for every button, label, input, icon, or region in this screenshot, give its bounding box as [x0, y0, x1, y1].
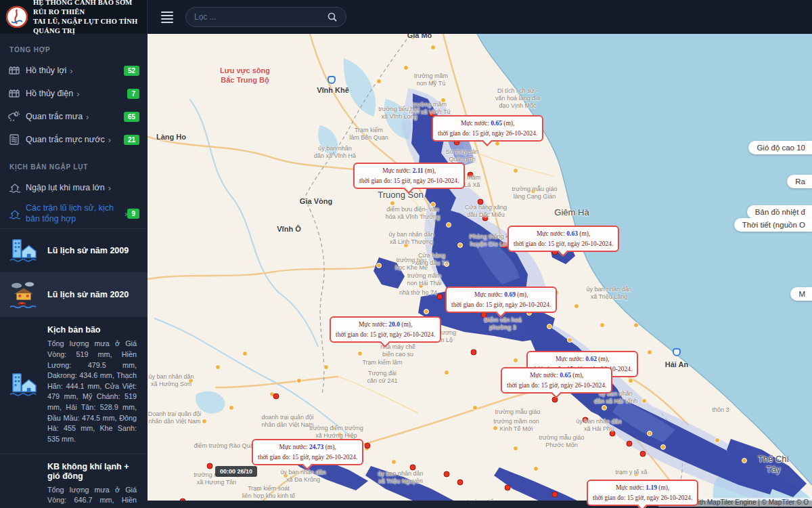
station-marker-yellow[interactable] [441, 98, 446, 103]
station-marker-yellow[interactable] [284, 473, 288, 478]
station-marker-red[interactable] [468, 172, 473, 177]
station-marker-red[interactable] [273, 394, 279, 399]
station-marker-yellow[interactable] [324, 365, 329, 370]
layer-toggle-pill[interactable]: Thời tiết (nguồn O [734, 218, 812, 232]
water-level-tooltip: Mực nước: 1.19 (m),thời gian đo: 15 giờ,… [587, 480, 698, 506]
station-marker-yellow[interactable] [390, 201, 395, 206]
water-level-line: Mực nước: 0.65 (m), [438, 119, 537, 129]
station-marker-red[interactable] [471, 350, 476, 355]
scenario-description: Tổng lượng mưa ở Giá Vòng: 646.7 mm, Hiề… [47, 485, 137, 508]
station-marker-yellow[interactable] [634, 323, 639, 328]
station-marker-yellow[interactable] [229, 406, 234, 410]
chevron-right-icon: › [76, 89, 79, 99]
station-marker-yellow[interactable] [514, 169, 518, 173]
station-marker-yellow[interactable] [574, 304, 579, 309]
sidebar-item-h-th-y-i-n[interactable]: Hồ thủy điện›7 [0, 82, 148, 105]
station-marker-red[interactable] [410, 465, 415, 470]
station-marker-yellow[interactable] [338, 433, 342, 438]
station-marker-yellow[interactable] [514, 446, 518, 451]
station-marker-yellow[interactable] [534, 467, 539, 471]
station-marker-yellow[interactable] [243, 352, 248, 356]
station-marker-yellow[interactable] [256, 487, 261, 492]
water-level-line: Mực nước: 0.62 (m), [533, 354, 632, 364]
station-marker-yellow[interactable] [742, 459, 747, 463]
layer-toggle-pill[interactable]: Ra [787, 175, 812, 188]
station-marker-red[interactable] [482, 215, 488, 221]
station-marker-yellow[interactable] [358, 352, 363, 356]
station-marker-yellow[interactable] [216, 365, 221, 370]
station-marker-yellow[interactable] [568, 338, 572, 343]
search-input[interactable] [194, 12, 327, 22]
station-marker-yellow[interactable] [431, 45, 436, 50]
station-marker-yellow[interactable] [447, 223, 451, 228]
station-marker-red[interactable] [365, 443, 370, 448]
scenario-item-kb-kh-ng-kh-l-nh-gi-ng[interactable]: KB không khí lạnh + gió đôngTổng lượng m… [0, 453, 148, 508]
station-marker-yellow[interactable] [715, 438, 720, 443]
station-marker-yellow[interactable] [431, 203, 436, 207]
layer-toggle-pill[interactable]: Gió độ cao 10 [748, 141, 812, 154]
water-level-line: Mực nước: 0.65 (m), [507, 371, 606, 381]
map-canvas[interactable]: Lưu vực sông Bắc Trung BộGiá MỏVĩnh KhêL… [148, 34, 812, 508]
station-marker-red[interactable] [478, 199, 483, 205]
layer-toggle-pill[interactable]: M [790, 287, 812, 301]
station-marker-yellow[interactable] [493, 426, 498, 431]
station-marker-red[interactable] [640, 451, 646, 457]
station-marker-yellow[interactable] [377, 79, 382, 84]
station-marker-yellow[interactable] [297, 379, 302, 383]
sidebar-item-ng-p-l-t-khi-m-a-l-n[interactable]: Ngập lụt khi mưa lớn› [0, 176, 148, 199]
station-marker-red[interactable] [457, 480, 463, 485]
station-marker-red[interactable] [552, 492, 558, 497]
station-marker-yellow[interactable] [189, 379, 194, 383]
station-marker-red[interactable] [444, 471, 449, 477]
station-marker-red[interactable] [583, 417, 588, 423]
search-box[interactable] [185, 7, 346, 27]
station-marker-yellow[interactable] [377, 263, 382, 268]
station-marker-yellow[interactable] [495, 142, 500, 146]
scenario-item-l-l-ch-s-n-m-2009[interactable]: Lũ lịch sử năm 2009 [0, 228, 148, 272]
station-marker-yellow[interactable] [514, 358, 518, 363]
station-marker-yellow[interactable] [642, 399, 647, 404]
station-marker-red[interactable] [481, 312, 487, 318]
hamburger-icon[interactable] [161, 9, 173, 25]
station-marker-yellow[interactable] [602, 406, 607, 410]
map-basemap [148, 34, 812, 508]
station-marker-yellow[interactable] [404, 66, 409, 70]
station-marker-yellow[interactable] [445, 371, 449, 375]
station-marker-red[interactable] [505, 485, 510, 490]
station-marker-yellow[interactable] [445, 262, 449, 267]
sidebar-item-c-c-tr-n-l-l-ch-s-k-ch-b-n-t-ng-h-p[interactable]: Các trận lũ lịch sử, kịch bản tổng hợp›9 [0, 199, 148, 228]
station-marker-yellow[interactable] [629, 379, 633, 383]
station-marker-yellow[interactable] [473, 406, 478, 410]
station-marker-yellow[interactable] [634, 472, 639, 477]
station-marker-yellow[interactable] [411, 35, 415, 40]
station-marker-yellow[interactable] [600, 323, 605, 328]
sidebar-item-quan-tr-c-m-c-n-c[interactable]: Quan trắc mực nước›21 [0, 128, 148, 151]
station-marker-red[interactable] [627, 441, 632, 446]
station-marker-yellow[interactable] [431, 81, 436, 85]
station-marker-yellow[interactable] [661, 445, 666, 450]
station-marker-yellow[interactable] [648, 350, 652, 355]
layer-toggle-pill[interactable]: Bản đồ nhiệt đ [747, 205, 812, 219]
station-marker-yellow[interactable] [419, 284, 424, 289]
station-marker-yellow[interactable] [392, 460, 397, 465]
sidebar-item-quan-tr-c-m-a[interactable]: Quan trắc mưa›65 [0, 105, 148, 128]
station-marker-yellow[interactable] [424, 310, 429, 314]
search-icon[interactable] [327, 12, 338, 22]
station-marker-red[interactable] [437, 294, 443, 299]
station-marker-red[interactable] [501, 242, 507, 248]
station-marker-yellow[interactable] [531, 189, 536, 194]
station-marker-yellow[interactable] [202, 419, 207, 424]
chevron-right-icon: › [86, 112, 89, 122]
scenario-item-l-l-ch-s-n-m-2020[interactable]: Lũ lịch sử năm 2020 [0, 272, 148, 316]
water-level-value: 0.63 [566, 230, 578, 237]
station-marker-red[interactable] [207, 463, 212, 469]
sidebar-item-h-th-y-l-i[interactable]: Hồ thủy lợi›52 [0, 59, 148, 82]
sidebar-item-label: Các trận lũ lịch sử, kịch bản tổng hợp [26, 203, 121, 224]
scenario-body: KB không khí lạnh + gió đôngTổng lượng m… [47, 462, 139, 508]
station-marker-red[interactable] [610, 431, 615, 436]
station-marker-yellow[interactable] [458, 243, 463, 248]
scenario-item-k-ch-b-n-b-o[interactable]: Kịch bản bãoTổng lượng mưa ở Giá Vòng: 5… [0, 316, 148, 452]
station-marker-yellow[interactable] [404, 243, 409, 248]
station-marker-yellow[interactable] [547, 324, 552, 329]
station-marker-yellow[interactable] [648, 431, 652, 436]
